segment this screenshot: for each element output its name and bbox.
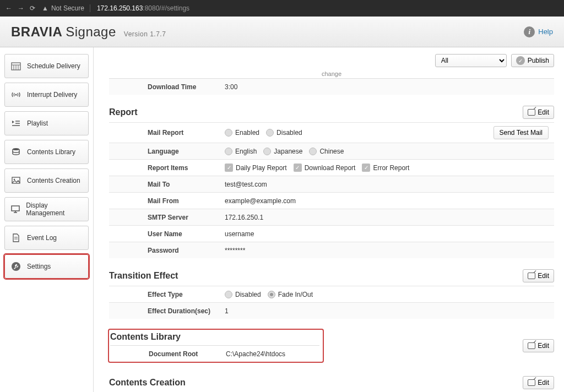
toolbar: All ✓ Publish (109, 54, 554, 67)
label-smtp-server: SMTP Server (109, 210, 219, 225)
sidebar-item-label: Contents Library (27, 148, 75, 156)
sidebar-item-label: Interrupt Delivery (27, 91, 77, 99)
label-language: Language (109, 144, 219, 159)
sidebar-item-label: Contents Creation (27, 177, 80, 184)
reload-icon[interactable]: ⟳ (30, 4, 35, 12)
edit-report-button[interactable]: Edit (523, 106, 554, 119)
svg-rect-13 (12, 206, 19, 211)
check-error-report[interactable]: ✓Error Report (362, 164, 409, 172)
label-effect-duration: Effect Duration(sec) (109, 304, 219, 318)
brand-sub: Signage (66, 24, 116, 40)
sidebar-item-schedule-delivery[interactable]: Schedule Delivery (4, 54, 89, 78)
antenna-icon (10, 89, 21, 100)
brand: BRAVIA Signage Version 1.7.7 (11, 24, 166, 40)
check-circle-icon: ✓ (516, 56, 525, 65)
publish-label: Publish (528, 57, 549, 64)
value-document-root: C:\Apache24\htdocs (220, 347, 319, 361)
warning-icon: ▲ (42, 4, 48, 12)
section-title-report: Report (109, 107, 138, 117)
edit-contents-library-button[interactable]: Edit (523, 339, 554, 352)
calendar-icon (10, 61, 21, 72)
section-report: Report Edit Mail Report Enabled Disabled… (109, 102, 554, 258)
svg-point-10 (13, 148, 19, 150)
group-top: Download Time 3:00 (109, 78, 554, 95)
sidebar-item-label: Display Management (26, 202, 83, 217)
svg-rect-11 (12, 177, 20, 183)
highlight-contents-library: Contents Library Document Root C:\Apache… (109, 330, 323, 362)
back-icon[interactable]: ← (6, 4, 12, 12)
image-icon (10, 175, 21, 186)
address-bar[interactable]: 172.16.250.163:8080/#/settings (97, 4, 189, 12)
check-download-report[interactable]: ✓Download Report (294, 164, 356, 172)
radio-english[interactable]: English (225, 148, 257, 155)
svg-marker-6 (12, 121, 14, 123)
label-report-items: Report Items (109, 161, 219, 175)
version-text: Version 1.7.7 (124, 30, 166, 38)
edit-contents-creation-button[interactable]: Edit (523, 376, 554, 389)
sidebar-item-settings[interactable]: Settings (4, 254, 89, 279)
monitor-icon (10, 204, 20, 215)
svg-point-12 (14, 179, 15, 181)
label-mail-to: Mail To (109, 177, 219, 192)
edit-transition-button[interactable]: Edit (523, 269, 554, 282)
security-indicator[interactable]: ▲ Not Secure (42, 4, 90, 12)
forward-icon[interactable]: → (18, 4, 24, 12)
value-username: username (219, 227, 554, 241)
info-icon[interactable]: i (524, 26, 535, 37)
check-daily-play[interactable]: ✓Daily Play Report (225, 164, 287, 172)
label-download-time: Download Time (109, 80, 219, 94)
edit-icon (528, 273, 535, 279)
security-text: Not Secure (51, 4, 84, 12)
filter-select[interactable]: All (435, 54, 507, 67)
section-title-transition: Transition Effect (109, 271, 178, 281)
section-title-contents-library: Contents Library (110, 332, 319, 342)
sidebar-item-label: Schedule Delivery (27, 62, 80, 70)
value-password: ******** (219, 243, 554, 258)
sidebar-item-display-management[interactable]: Display Management (4, 197, 89, 221)
label-document-root: Document Root (110, 347, 220, 361)
value-effect-duration: 1 (219, 304, 554, 318)
app-header: BRAVIA Signage Version 1.7.7 i Help (0, 17, 564, 47)
label-mail-report: Mail Report (109, 126, 219, 140)
value-mail-from: example@example.com (219, 194, 554, 208)
database-icon (10, 146, 21, 157)
sidebar-item-playlist[interactable]: Playlist (4, 111, 89, 135)
radio-chinese[interactable]: Chinese (309, 148, 344, 155)
browser-bar: ← → ⟳ ▲ Not Secure 172.16.250.163:8080/#… (0, 0, 564, 17)
label-username: User Name (109, 227, 219, 241)
main-content: All ✓ Publish change Download Time 3:00 … (94, 47, 564, 392)
sidebar-item-contents-creation[interactable]: Contents Creation (4, 168, 89, 193)
sidebar-item-event-log[interactable]: Event Log (4, 226, 89, 250)
section-contents-library: Contents Library Document Root C:\Apache… (109, 326, 554, 365)
help-link[interactable]: Help (538, 28, 553, 36)
send-test-mail-button[interactable]: Send Test Mail (494, 126, 549, 139)
sidebar-item-label: Event Log (27, 234, 57, 242)
label-password: Password (109, 243, 219, 258)
value-download-time: 3:00 (219, 80, 554, 94)
url-host: 172.16.250.163 (97, 4, 143, 12)
sidebar-item-interrupt-delivery[interactable]: Interrupt Delivery (4, 83, 89, 107)
edit-icon (528, 109, 535, 116)
playlist-icon (10, 118, 21, 129)
radio-effect-fade[interactable]: Fade In/Out (268, 291, 313, 298)
brand-main: BRAVIA (11, 24, 62, 40)
label-effect-type: Effect Type (109, 287, 219, 302)
sidebar-item-label: Settings (27, 263, 51, 270)
radio-effect-disabled[interactable]: Disabled (225, 291, 261, 298)
remnant-text: change (109, 70, 554, 77)
sidebar-item-contents-library[interactable]: Contents Library (4, 140, 89, 164)
sidebar: Schedule Delivery Interrupt Delivery Pla… (0, 47, 94, 392)
sidebar-item-label: Playlist (27, 119, 48, 127)
svg-point-5 (15, 94, 17, 96)
section-transition: Transition Effect Edit Effect Type Disab… (109, 266, 554, 319)
publish-button[interactable]: ✓ Publish (511, 54, 554, 67)
section-title-contents-creation: Contents Creation (109, 378, 186, 388)
value-mail-to: test@test.com (219, 177, 554, 192)
label-mail-from: Mail From (109, 194, 219, 208)
radio-disabled[interactable]: Disabled (266, 129, 302, 137)
document-icon (10, 232, 21, 243)
radio-enabled[interactable]: Enabled (225, 129, 259, 137)
radio-japanese[interactable]: Japanese (263, 148, 302, 155)
section-contents-creation: Contents Creation Edit Menu Tab Show Hid… (109, 373, 554, 392)
wrench-icon (10, 261, 21, 272)
